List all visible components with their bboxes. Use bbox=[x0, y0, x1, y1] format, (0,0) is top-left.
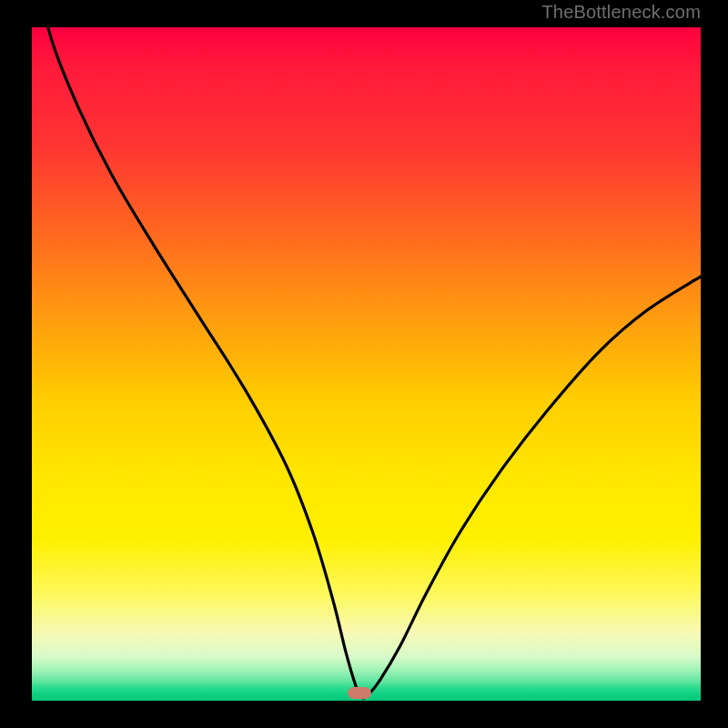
minimum-marker bbox=[348, 687, 371, 699]
chart-frame: TheBottleneck.com bbox=[0, 0, 728, 728]
watermark-text: TheBottleneck.com bbox=[541, 2, 701, 23]
plot-gradient-area bbox=[32, 27, 701, 701]
